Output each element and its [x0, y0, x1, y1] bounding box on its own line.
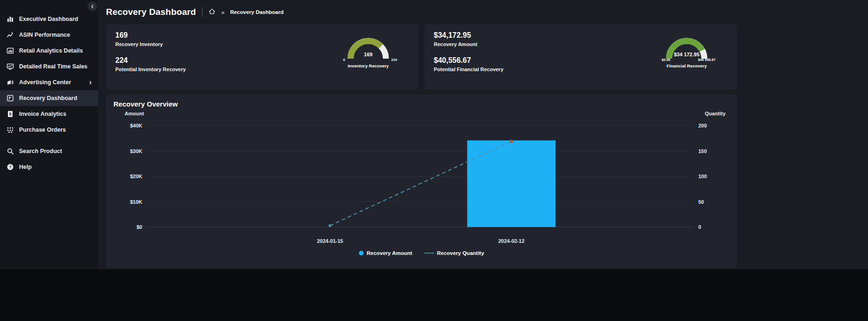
recovery-overview-chart: $00$10K50$20K100$30K150$40K200AmountQuan…	[113, 110, 729, 249]
performance-trend-icon	[7, 31, 14, 39]
sidebar-item-retail-analytics-details[interactable]: Retail Analytics Details	[0, 43, 98, 59]
svg-text:$10K: $10K	[130, 199, 142, 205]
sidebar-item-label: Retail Analytics Details	[19, 47, 93, 54]
svg-text:150: 150	[698, 148, 707, 154]
svg-text:$0: $0	[137, 224, 142, 230]
bar-chart-icon	[7, 15, 14, 23]
sidebar-item-label: Executive Dashboard	[19, 16, 93, 22]
recovery-overview-card: Recovery Overview $00$10K50$20K100$30K15…	[106, 94, 737, 268]
purchase-orders-dots-icon	[7, 126, 14, 134]
chevron-right-icon: ›	[89, 79, 92, 86]
legend-recovery-quantity[interactable]: Recovery Quantity	[424, 250, 484, 256]
sidebar-item-recovery-dashboard[interactable]: Recovery Dashboard	[0, 90, 98, 106]
chart-legend: Recovery Amount Recovery Quantity	[113, 250, 729, 256]
legend-recovery-amount[interactable]: Recovery Amount	[359, 250, 412, 256]
inventory-gauge: 169 0 224 Inventory Recovery	[341, 34, 395, 68]
svg-text:Quantity: Quantity	[705, 111, 726, 116]
breadcrumb-home[interactable]	[208, 8, 216, 17]
sidebar-item-advertising-center[interactable]: Advertising Center ›	[0, 74, 98, 90]
svg-text:0: 0	[698, 224, 701, 230]
breadcrumb-current: Recovery Dashboard	[230, 9, 284, 15]
svg-text:$: $	[9, 112, 12, 116]
svg-text:Amount: Amount	[125, 111, 144, 116]
gauge-min-label: $0.00	[662, 58, 670, 62]
sidebar-item-invoice-analytics[interactable]: $ Invoice Analytics	[0, 106, 98, 122]
header-divider	[202, 7, 203, 17]
gauge-center-value: $34 172.95	[660, 52, 714, 57]
sidebar-item-label: Recovery Dashboard	[19, 95, 93, 101]
app-window: Executive Dashboard ASIN Performance Ret…	[0, 0, 868, 269]
invoice-document-icon: $	[7, 110, 14, 118]
sidebar-item-search-product[interactable]: Search Product	[0, 143, 98, 159]
gauge-center-value: 169	[341, 52, 395, 57]
financial-recovery-card: $34,172.95 Recovery Amount $40,556.67 Po…	[424, 24, 737, 90]
sidebar-collapse-button[interactable]	[87, 1, 97, 11]
svg-text:100: 100	[698, 174, 707, 179]
page-title: Recovery Dashboard	[106, 7, 196, 17]
gauge-min-label: 0	[343, 58, 345, 62]
main-area: Recovery Dashboard » Recovery Dashboard …	[98, 0, 868, 269]
page-header: Recovery Dashboard » Recovery Dashboard	[106, 0, 737, 24]
svg-text:$40K: $40K	[130, 123, 142, 128]
sidebar-item-executive-dashboard[interactable]: Executive Dashboard	[0, 11, 98, 27]
sidebar-item-label: Invoice Analytics	[19, 111, 93, 117]
svg-text:2024-01-15: 2024-01-15	[317, 238, 343, 244]
search-icon	[7, 147, 14, 155]
legend-quantity-label: Recovery Quantity	[437, 250, 484, 256]
sidebar-item-label: Purchase Orders	[19, 127, 93, 133]
gauge-title: Inventory Recovery	[341, 63, 395, 68]
financial-gauge: $34 172.95 $0.00 $40 556.67 Financial Re…	[660, 34, 714, 68]
sidebar: Executive Dashboard ASIN Performance Ret…	[0, 0, 98, 269]
svg-text:200: 200	[698, 123, 707, 128]
svg-text:?: ?	[9, 165, 12, 169]
legend-quantity-marker	[424, 253, 434, 254]
stat-cards-row: 169 Recovery Inventory 224 Potential Inv…	[106, 24, 737, 90]
sidebar-item-purchase-orders[interactable]: Purchase Orders	[0, 122, 98, 138]
sidebar-item-label: Help	[19, 164, 93, 170]
sidebar-item-asin-performance[interactable]: ASIN Performance	[0, 27, 98, 43]
svg-text:2024-02-12: 2024-02-12	[498, 238, 524, 244]
retail-analytics-icon	[7, 47, 14, 54]
breadcrumb-separator: »	[221, 9, 225, 16]
sidebar-item-label: Advertising Center	[19, 79, 84, 86]
home-icon	[208, 8, 216, 17]
sidebar-item-label: Search Product	[19, 148, 93, 154]
svg-text:50: 50	[698, 199, 704, 205]
realtime-sales-monitor-icon	[7, 63, 14, 70]
svg-text:$30K: $30K	[130, 148, 142, 154]
gauge-max-label: 224	[391, 58, 397, 62]
gauge-title: Financial Recovery	[660, 63, 714, 68]
svg-text:$20K: $20K	[130, 174, 142, 179]
sidebar-item-label: Detailed Real Time Sales	[19, 63, 93, 70]
legend-amount-label: Recovery Amount	[367, 250, 412, 256]
chevron-left-icon	[90, 2, 95, 11]
overview-title: Recovery Overview	[113, 100, 729, 108]
help-icon: ?	[7, 163, 14, 171]
inventory-recovery-card: 169 Recovery Inventory 224 Potential Inv…	[106, 24, 418, 90]
page-bottom-area	[0, 269, 868, 321]
sidebar-item-label: ASIN Performance	[19, 32, 93, 38]
recovery-flag-icon	[7, 94, 14, 102]
gauge-max-label: $40 556.67	[698, 58, 716, 62]
sidebar-item-detailed-real-time-sales[interactable]: Detailed Real Time Sales	[0, 59, 98, 74]
megaphone-icon	[7, 79, 14, 86]
legend-amount-marker	[359, 251, 364, 255]
sidebar-item-help[interactable]: ? Help	[0, 159, 98, 175]
